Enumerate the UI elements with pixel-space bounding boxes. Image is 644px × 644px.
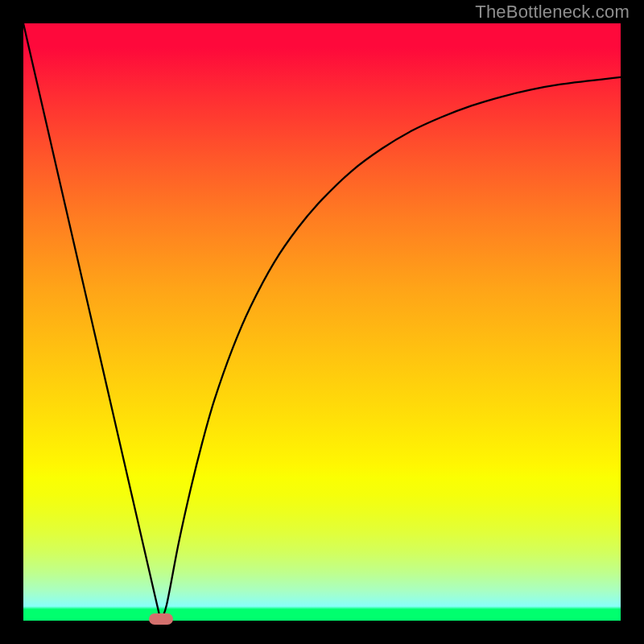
minimum-marker <box>149 613 173 625</box>
bottleneck-curve <box>23 23 621 621</box>
chart-container: TheBottleneck.com <box>0 0 644 644</box>
plot-area <box>23 23 621 621</box>
watermark-text: TheBottleneck.com <box>475 2 630 23</box>
curve-svg <box>23 23 621 621</box>
